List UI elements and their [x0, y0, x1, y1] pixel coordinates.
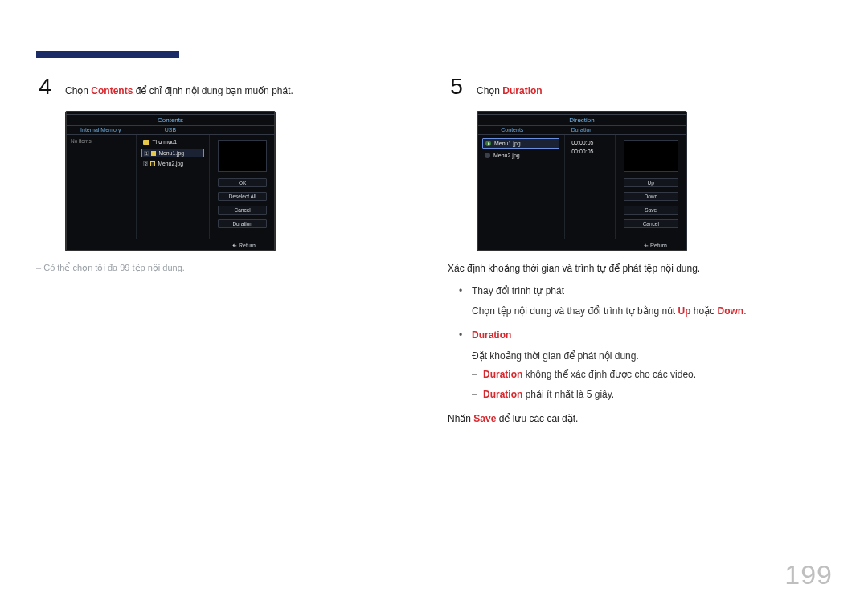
column-header-row: Contents Duration — [477, 125, 686, 135]
step-5: 5 Chọn Duration — [448, 74, 832, 100]
file-label: Menu2.jpg — [158, 161, 183, 166]
bullet-list: Thay đổi trình tự phát — [459, 283, 832, 300]
intro-text: Xác định khoảng thời gian và trình tự để… — [448, 260, 832, 278]
file-row[interactable]: 2 Menu2.jpg — [141, 160, 204, 167]
page-number: 199 — [784, 559, 833, 591]
col-preview — [616, 126, 686, 134]
text: để chỉ định nội dung bạn muốn phát. — [133, 85, 293, 96]
bullet-item: Duration — [459, 327, 832, 345]
step-number: 4 — [36, 74, 54, 100]
step-text: Chọn Duration — [477, 84, 542, 99]
down-keyword: Down — [718, 305, 744, 317]
right-column: 5 Chọn Duration Direction Contents Durat… — [448, 74, 832, 428]
screen-body: No items Thư mục1 1 Menu1.jpg 2 — [66, 135, 275, 239]
screen-title: Contents — [151, 116, 190, 125]
screen-title: Direction — [563, 116, 601, 125]
file-row-selected[interactable]: 1 Menu1.jpg — [141, 149, 204, 157]
bullet-body: Đặt khoảng thời gian để phát nội dung. D… — [459, 348, 832, 404]
screen-body: Menu1.jpg Menu2.jpg 00:00:05 00:00:05 Up… — [477, 135, 686, 239]
col-usb: USB — [136, 126, 206, 134]
duration-keyword: Duration — [502, 85, 542, 96]
text: hoặc — [690, 305, 717, 317]
dash-list: Duration không thể xác định được cho các… — [472, 366, 832, 403]
bullet-item: Thay đổi trình tự phát — [459, 283, 832, 300]
return-icon — [231, 243, 237, 248]
duration-value: 00:00:05 — [570, 138, 609, 147]
duration-keyword: Duration — [483, 389, 522, 400]
bullet-list: Duration — [459, 327, 832, 345]
right-controls-pane: Up Down Save Cancel — [616, 135, 686, 239]
file-label: Menu1.jpg — [494, 141, 521, 146]
text: để lưu các cài đặt. — [496, 413, 578, 424]
content-row-selected[interactable]: Menu1.jpg — [482, 138, 559, 149]
file-label: Menu2.jpg — [493, 153, 520, 158]
note: Có thể chọn tối đa 99 tệp nội dung. — [36, 263, 420, 273]
text: không thể xác định được cho các video. — [522, 369, 696, 380]
item-icon — [485, 153, 490, 158]
usb-pane: Thư mục1 1 Menu1.jpg 2 Menu2.jpg — [137, 135, 210, 239]
col-duration: Duration — [547, 126, 617, 134]
duration-button[interactable]: Duration — [218, 219, 267, 228]
return-icon — [643, 243, 649, 248]
play-icon — [485, 141, 491, 146]
down-button[interactable]: Down — [624, 192, 678, 201]
screen-title-bar: Contents — [66, 114, 275, 125]
screen-footer: Return — [477, 239, 686, 251]
dash-item: Duration phải ít nhất là 5 giây. — [472, 386, 832, 404]
screen-title-bar: Direction — [477, 114, 686, 125]
index-badge: 2 — [143, 161, 148, 166]
cancel-button[interactable]: Cancel — [624, 219, 678, 228]
col-preview — [205, 126, 275, 134]
checkbox-checked-icon[interactable] — [151, 151, 156, 156]
up-keyword: Up — [678, 305, 690, 317]
contents-pane: Menu1.jpg Menu2.jpg — [477, 135, 565, 239]
col-internal-memory: Internal Memory — [66, 126, 136, 134]
folder-label: Thư mục1 — [152, 139, 177, 145]
save-keyword: Save — [473, 413, 496, 424]
outro-text: Nhấn Save để lưu các cài đặt. — [448, 410, 832, 428]
contents-keyword: Contents — [91, 85, 133, 96]
duration-pane: 00:00:05 00:00:05 — [565, 135, 615, 239]
direction-screen: Direction Contents Duration Menu1.jpg Me… — [477, 111, 687, 251]
duration-value: 00:00:05 — [570, 147, 609, 156]
text: Nhấn — [448, 413, 473, 424]
contents-screen: Contents Internal Memory USB No items Th… — [65, 111, 276, 251]
text: Đặt khoảng thời gian để phát nội dung. — [472, 350, 639, 362]
left-column: 4 Chọn Contents để chỉ định nội dung bạn… — [36, 74, 420, 428]
preview-box — [218, 140, 267, 172]
text: Chọn — [65, 85, 91, 96]
note-text: Có thể chọn tối đa 99 tệp nội dung. — [36, 263, 185, 272]
text: phải ít nhất là 5 giây. — [522, 389, 614, 400]
deselect-all-button[interactable]: Deselect All — [218, 192, 267, 201]
text: . — [743, 305, 746, 317]
bullet-body: Chọn tệp nội dung và thay đổi trình tự b… — [459, 303, 832, 321]
bullet-title: Thay đổi trình tự phát — [472, 285, 564, 296]
up-button[interactable]: Up — [624, 178, 678, 187]
screen-footer: Return — [66, 239, 275, 251]
step-4: 4 Chọn Contents để chỉ định nội dung bạn… — [36, 74, 420, 100]
internal-memory-pane: No items — [66, 135, 137, 239]
text: Chọn — [477, 85, 502, 96]
cancel-button[interactable]: Cancel — [218, 206, 267, 215]
return-label[interactable]: Return — [650, 243, 667, 248]
column-header-row: Internal Memory USB — [66, 125, 275, 135]
folder-icon — [143, 140, 149, 145]
file-label: Menu1.jpg — [158, 150, 184, 156]
duration-keyword: Duration — [472, 329, 511, 341]
step-text: Chọn Contents để chỉ định nội dung bạn m… — [65, 84, 293, 99]
dash-item: Duration không thể xác định được cho các… — [472, 366, 832, 384]
header-rule — [36, 55, 832, 55]
save-button[interactable]: Save — [624, 206, 678, 215]
return-label[interactable]: Return — [239, 243, 256, 248]
ok-button[interactable]: OK — [218, 178, 267, 187]
duration-keyword: Duration — [483, 369, 522, 380]
right-controls-pane: OK Deselect All Cancel Duration — [210, 135, 275, 239]
index-badge: 1 — [144, 151, 149, 156]
text: Chọn tệp nội dung và thay đổi trình tự b… — [472, 305, 678, 317]
content-row[interactable]: Menu2.jpg — [482, 151, 559, 160]
checkbox-icon[interactable] — [150, 161, 155, 166]
step-number: 5 — [448, 74, 465, 100]
folder-row[interactable]: Thư mục1 — [141, 138, 204, 146]
content-columns: 4 Chọn Contents để chỉ định nội dung bạn… — [36, 74, 832, 428]
no-items-label: No items — [71, 138, 131, 144]
